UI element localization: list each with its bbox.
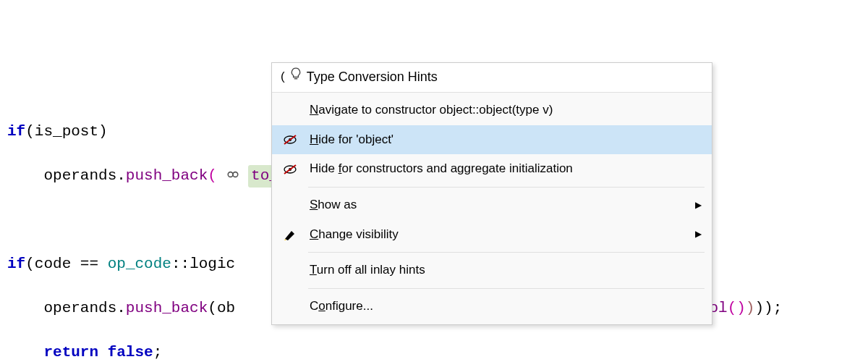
keyword-false: false [108,344,153,361]
menu-separator [308,288,705,289]
menu-item-show-as[interactable]: Show as ▶ [272,190,712,220]
eye-slash-icon [279,134,301,146]
menu-item-hide-object[interactable]: Hide for 'object' [272,125,712,155]
context-menu: ( Type Conversion Hints NNavigate to con… [271,62,712,325]
lightbulb-icon [289,67,302,86]
identifier: ob [217,300,235,316]
menu-separator [308,187,705,188]
code-line: return false; [7,342,861,362]
menu-item-hide-constructors[interactable]: Hide for constructors and aggregate init… [272,154,712,184]
identifier: operands [43,167,116,184]
chevron-right-icon: ▶ [695,228,702,240]
keyword-return: return [43,344,98,361]
keyword-if: if [7,123,25,140]
menu-item-configure[interactable]: Configure... [272,292,712,321]
identifier: operands [43,300,116,316]
menu-separator [308,252,705,253]
identifier: logic [190,256,235,272]
chevron-right-icon: ▶ [695,199,702,211]
menu-header-text: Type Conversion Hints [307,67,438,86]
svg-point-1 [233,172,238,177]
menu-item-change-visibility[interactable]: Change visibility ▶ [272,220,712,250]
method-call: push_back [126,300,208,316]
hint-icon [226,167,239,184]
keyword-if: if [7,256,25,272]
highlighter-icon [279,228,301,241]
identifier: is_post [35,123,98,140]
menu-item-turn-off-hints[interactable]: Turn off all inlay hints [272,256,712,285]
type: op_code [108,256,171,272]
eye-slash-icon [279,164,301,175]
identifier: code [35,256,71,272]
menu-item-navigate[interactable]: NNavigate to constructor object::object(… [272,96,712,125]
svg-point-0 [228,172,233,177]
menu-header: ( Type Conversion Hints [272,63,712,93]
method-call: push_back [126,167,208,184]
